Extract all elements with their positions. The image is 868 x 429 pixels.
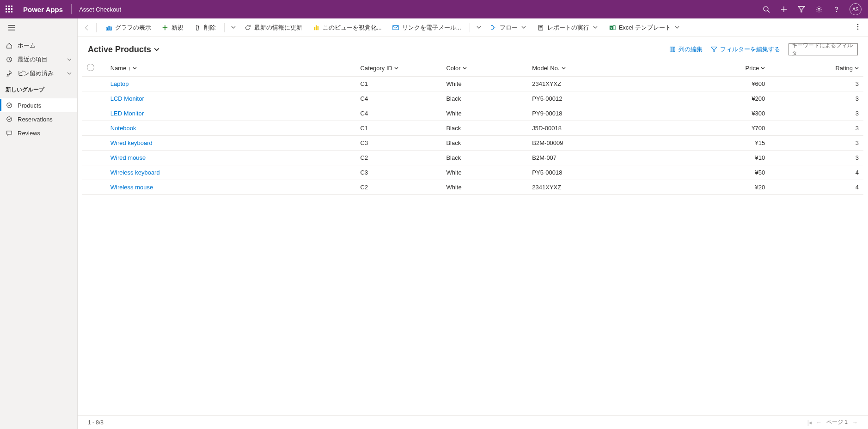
name-link[interactable]: Wired keyboard — [110, 139, 153, 146]
name-link[interactable]: LED Monitor — [110, 110, 144, 117]
cmd-label: グラフの表示 — [115, 24, 151, 32]
col-rating-header[interactable]: Rating — [770, 60, 863, 77]
help-icon[interactable] — [832, 5, 841, 14]
table-row[interactable]: NotebookC1BlackJ5D-00018¥7003 — [82, 121, 863, 136]
table-row[interactable]: LaptopC1White2341XYXZ¥6003 — [82, 77, 863, 91]
cell-rating: 3 — [770, 91, 863, 106]
app-page-name[interactable]: Asset Checkout — [77, 6, 121, 13]
nav-pinned[interactable]: ピン留め済み — [0, 66, 77, 80]
overflow-icon[interactable] — [853, 22, 862, 33]
first-page-icon[interactable]: |◂ — [807, 419, 812, 426]
edit-columns-button[interactable]: 列の編集 — [669, 45, 703, 54]
name-link[interactable]: Wireless keyboard — [110, 169, 160, 176]
nav-products[interactable]: Products — [0, 98, 77, 112]
cell-model: PY5-00012 — [527, 91, 668, 106]
table-row[interactable]: Wired mouseC2BlackB2M-007¥103 — [82, 151, 863, 165]
th-label: Category ID — [361, 65, 392, 72]
row-select[interactable] — [82, 136, 106, 151]
cmd-flow[interactable]: フロー — [487, 22, 530, 34]
col-color-header[interactable]: Color — [441, 60, 527, 77]
view-title-dropdown[interactable]: Active Products — [88, 45, 159, 54]
edit-filters-button[interactable]: フィルターを編集する — [711, 45, 780, 54]
cell-rating: 3 — [770, 77, 863, 91]
command-bar: グラフの表示 新規 削除 最 — [78, 18, 868, 37]
cmd-label: 最新の情報に更新 — [254, 24, 302, 32]
cell-model: J5D-00018 — [527, 121, 668, 136]
table-row[interactable]: Wired keyboardC3BlackB2M-00009¥153 — [82, 136, 863, 151]
label: 列の編集 — [679, 45, 703, 54]
nav-reservations[interactable]: Reservations — [0, 112, 77, 126]
chevron-down-icon[interactable] — [67, 70, 72, 77]
nav-recent[interactable]: 最近の項目 — [0, 53, 77, 66]
cmd-refresh[interactable]: 最新の情報に更新 — [241, 22, 305, 34]
row-select[interactable] — [82, 77, 106, 91]
next-page-icon[interactable]: → — [852, 419, 858, 426]
select-all-header[interactable] — [82, 60, 106, 77]
chevron-down-icon[interactable] — [67, 56, 72, 63]
search-icon[interactable] — [762, 5, 771, 14]
cell-model: B2M-007 — [527, 151, 668, 165]
cell-category: C4 — [356, 91, 442, 106]
sort-asc-icon: ↑ — [128, 66, 131, 71]
cell-category: C3 — [356, 136, 442, 151]
gear-icon[interactable] — [814, 5, 824, 14]
row-select[interactable] — [82, 180, 106, 195]
nav-label: Reviews — [18, 130, 40, 137]
table-row[interactable]: LCD MonitorC4BlackPY5-00012¥2003 — [82, 91, 863, 106]
cell-price: ¥20 — [668, 180, 770, 195]
cmd-email-link[interactable]: リンクを電子メール... — [389, 22, 464, 34]
name-link[interactable]: Notebook — [110, 125, 136, 132]
name-link[interactable]: Wired mouse — [110, 154, 146, 161]
cell-color: White — [441, 180, 527, 195]
cell-rating: 3 — [770, 106, 863, 121]
app-name[interactable]: Power Apps — [20, 6, 66, 13]
svg-rect-0 — [6, 6, 7, 7]
back-icon[interactable] — [83, 24, 91, 31]
name-link[interactable]: Wireless mouse — [110, 184, 153, 191]
table-row[interactable]: Wireless mouseC2White2341XYXZ¥204 — [82, 180, 863, 195]
nav-home[interactable]: ホーム — [0, 39, 77, 53]
name-link[interactable]: LCD Monitor — [110, 95, 144, 102]
col-price-header[interactable]: Price — [668, 60, 770, 77]
table-row[interactable]: Wireless keyboardC3WhitePY5-00018¥504 — [82, 165, 863, 180]
side-nav: ホーム 最近の項目 ピン留め済み 新しいグループ — [0, 18, 78, 429]
svg-rect-4 — [8, 8, 10, 10]
nav-reviews[interactable]: Reviews — [0, 126, 77, 140]
svg-point-14 — [818, 8, 820, 10]
chevron-down-icon[interactable] — [476, 24, 482, 31]
cmd-show-chart[interactable]: グラフの表示 — [102, 22, 154, 34]
cmd-excel-template[interactable]: X Excel テンプレート — [606, 22, 683, 34]
cmd-run-report[interactable]: レポートの実行 — [534, 22, 601, 34]
table-row[interactable]: LED MonitorC4WhitePY9-00018¥3003 — [82, 106, 863, 121]
quick-find-input[interactable]: キーワードによるフィルタ — [789, 43, 858, 55]
chart-icon — [105, 24, 112, 31]
plus-icon[interactable] — [779, 5, 789, 14]
hamburger-icon[interactable] — [7, 24, 16, 32]
cell-rating: 4 — [770, 165, 863, 180]
waffle-icon[interactable] — [4, 4, 15, 15]
prev-page-icon[interactable]: ← — [816, 419, 822, 426]
name-link[interactable]: Laptop — [110, 80, 129, 87]
row-select[interactable] — [82, 91, 106, 106]
col-model-header[interactable]: Model No. — [527, 60, 668, 77]
cmd-delete[interactable]: 削除 — [191, 22, 219, 34]
cell-model: B2M-00009 — [527, 136, 668, 151]
report-icon — [537, 24, 544, 31]
filter-icon[interactable] — [797, 5, 806, 14]
placeholder: キーワードによるフィルタ — [792, 42, 855, 57]
row-select[interactable] — [82, 121, 106, 136]
cell-price: ¥50 — [668, 165, 770, 180]
cmd-new[interactable]: 新規 — [159, 22, 186, 34]
svg-rect-23 — [108, 26, 110, 30]
col-category-header[interactable]: Category ID — [356, 60, 442, 77]
svg-rect-28 — [316, 25, 317, 30]
row-select[interactable] — [82, 151, 106, 165]
svg-point-39 — [857, 26, 859, 28]
row-select[interactable] — [82, 165, 106, 180]
cmd-visualize[interactable]: このビューを視覚化... — [310, 22, 385, 34]
avatar[interactable]: AS — [850, 3, 862, 15]
chevron-down-icon[interactable] — [230, 24, 237, 31]
chevron-down-icon — [520, 24, 527, 31]
col-name-header[interactable]: Name ↑ — [106, 60, 356, 77]
row-select[interactable] — [82, 106, 106, 121]
